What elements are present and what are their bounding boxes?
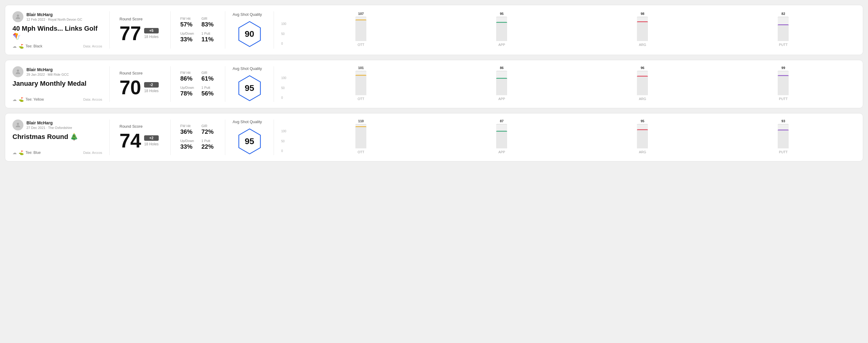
- bar-group-arg: 95 ARG: [575, 119, 710, 154]
- bar-group-arg: 96 ARG: [575, 66, 710, 101]
- bar-fill-ott: [355, 20, 366, 41]
- fw-hit-label-1: FW Hit: [180, 17, 194, 20]
- bar-fill-app: [496, 78, 507, 95]
- updown-stat-1: Up/Down 33%: [180, 32, 194, 43]
- bar-value-putt: 93: [781, 119, 785, 123]
- user-info-3: Blair McHarg 27 Dec 2021 · The Oxfordshi…: [26, 120, 72, 129]
- left-section-3: Blair McHarg 27 Dec 2021 · The Oxfordshi…: [12, 120, 110, 155]
- bar-accent-putt: [778, 75, 789, 76]
- score-section-2: Round Score 70 -2 18 Holes: [110, 66, 170, 102]
- oneputt-value-3: 22%: [202, 143, 216, 150]
- bag-icon-2: ⛳: [19, 97, 24, 102]
- bar-label-arg: ARG: [639, 97, 646, 101]
- quality-section-1: Avg Shot Quality 90: [225, 11, 274, 49]
- updown-label-2: Up/Down: [180, 86, 194, 89]
- quality-section-3: Avg Shot Quality 95: [225, 120, 274, 155]
- bar-label-app: APP: [498, 43, 505, 46]
- tee-row-2: ☁ ⛳ Tee: Yellow: [12, 97, 44, 102]
- bar-accent-arg: [637, 76, 648, 76]
- holes-label-3: 18 Holes: [144, 142, 158, 146]
- updown-stat-2: Up/Down 78%: [180, 86, 194, 97]
- bar-wrapper-ott: [355, 71, 366, 95]
- user-row-2: Blair McHarg 29 Jan 2022 · Mill Ride GCC: [12, 66, 102, 77]
- hexagon-score-2: 95: [245, 83, 254, 93]
- gir-value-3: 72%: [202, 128, 216, 135]
- chart-section-3: 100 50 0 110 OTT 87 APP 95: [274, 120, 856, 155]
- chart-section-2: 100 50 0 101 OTT 86 APP 96: [274, 66, 856, 102]
- footer-row-2: ☁ ⛳ Tee: Yellow Data: Arccos: [12, 97, 102, 102]
- quality-label-2: Avg Shot Quality: [232, 66, 262, 71]
- bar-value-putt: 99: [781, 66, 785, 70]
- bar-fill-putt: [778, 24, 789, 41]
- score-row-1: 77 +5 18 Holes: [120, 24, 160, 43]
- holes-label-2: 18 Holes: [144, 89, 158, 93]
- svg-point-2: [17, 123, 19, 125]
- stats-grid-1: FW Hit 57% GIR 83% Up/Down 33% 1 Putt 11…: [180, 17, 215, 43]
- holes-label-1: 18 Holes: [144, 35, 158, 39]
- score-badge-3: +2: [144, 135, 158, 141]
- date-course-2: 29 Jan 2022 · Mill Ride GCC: [26, 73, 69, 76]
- quality-section-2: Avg Shot Quality 95: [225, 66, 274, 102]
- round-score-label-3: Round Score: [120, 124, 160, 129]
- tee-label-3: Tee: Blue: [26, 151, 41, 155]
- bar-label-putt: PUTT: [779, 97, 788, 101]
- bar-wrapper-putt: [778, 71, 789, 95]
- stats-section-2: FW Hit 86% GIR 61% Up/Down 78% 1 Putt 56…: [170, 66, 225, 102]
- oneputt-value-1: 11%: [202, 36, 216, 43]
- bar-label-ott: OTT: [358, 150, 364, 154]
- bar-fill-arg: [637, 21, 648, 41]
- user-name-2: Blair McHarg: [26, 67, 69, 72]
- hexagon-container-1: 90: [236, 20, 263, 48]
- bar-fill-ott: [355, 126, 366, 148]
- gir-label-1: GIR: [202, 17, 216, 20]
- hexagon-container-3: 95: [236, 128, 263, 155]
- round-title-1: 40 Mph Winds... Links Golf 🪁: [12, 25, 102, 41]
- fw-hit-stat-3: FW Hit 36%: [180, 124, 194, 135]
- fw-hit-stat-2: FW Hit 86%: [180, 71, 194, 82]
- stats-section-3: FW Hit 36% GIR 72% Up/Down 33% 1 Putt 22…: [170, 120, 225, 155]
- bar-value-putt: 82: [781, 12, 785, 15]
- gir-label-2: GIR: [202, 71, 216, 74]
- bag-icon-1: ⛳: [19, 44, 24, 49]
- round-card-3: Blair McHarg 27 Dec 2021 · The Oxfordshi…: [5, 113, 863, 161]
- bar-label-app: APP: [498, 150, 505, 154]
- weather-icon-1: ☁: [12, 44, 17, 49]
- oneputt-label-3: 1 Putt: [202, 139, 216, 143]
- fw-hit-value-1: 57%: [180, 21, 194, 28]
- bar-wrapper-putt: [778, 124, 789, 148]
- bar-value-arg: 96: [641, 66, 644, 70]
- bar-group-ott: 101 OTT: [294, 66, 428, 101]
- chart-y-axis: 100 50 0: [281, 22, 286, 46]
- updown-value-2: 78%: [180, 90, 194, 97]
- score-badge-block-3: +2 18 Holes: [144, 135, 158, 146]
- quality-label-1: Avg Shot Quality: [232, 12, 262, 17]
- round-title-3: Christmas Round 🎄: [12, 133, 102, 141]
- gir-stat-2: GIR 61%: [202, 71, 216, 82]
- bar-group-arg: 98 ARG: [575, 12, 710, 46]
- round-card-2: Blair McHarg 29 Jan 2022 · Mill Ride GCC…: [5, 60, 863, 108]
- score-number-3: 74: [120, 131, 141, 151]
- stats-grid-2: FW Hit 86% GIR 61% Up/Down 78% 1 Putt 56…: [180, 71, 215, 97]
- gir-stat-3: GIR 72%: [202, 124, 216, 135]
- hexagon-container-2: 95: [236, 74, 263, 102]
- weather-icon-2: ☁: [12, 97, 17, 102]
- oneputt-stat-2: 1 Putt 56%: [202, 86, 216, 97]
- bar-label-ott: OTT: [358, 97, 364, 101]
- bar-group-ott: 107 OTT: [294, 12, 428, 46]
- bar-value-app: 87: [500, 119, 503, 123]
- tee-row-3: ☁ ⛳ Tee: Blue: [12, 150, 41, 155]
- score-badge-2: -2: [144, 82, 158, 88]
- updown-stat-3: Up/Down 33%: [180, 139, 194, 150]
- bag-icon-3: ⛳: [19, 150, 24, 155]
- bar-value-app: 86: [500, 66, 503, 70]
- data-source-3: Data: Arccos: [83, 151, 102, 154]
- bar-value-arg: 95: [641, 119, 644, 123]
- bar-wrapper-arg: [637, 17, 648, 41]
- left-section-2: Blair McHarg 29 Jan 2022 · Mill Ride GCC…: [12, 66, 110, 102]
- fw-hit-label-3: FW Hit: [180, 124, 194, 128]
- svg-point-1: [17, 69, 19, 71]
- oneputt-value-2: 56%: [202, 90, 216, 97]
- bar-accent-ott: [355, 75, 366, 76]
- score-section-1: Round Score 77 +5 18 Holes: [110, 11, 170, 49]
- bar-fill-arg: [637, 129, 648, 148]
